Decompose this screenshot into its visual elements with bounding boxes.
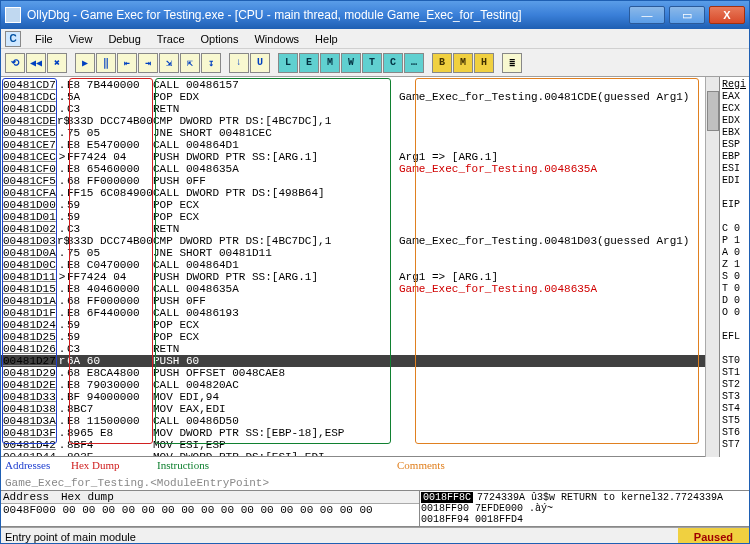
toolbar-button[interactable]: ↓ [229,53,249,73]
register-label: EBP [722,151,747,163]
toolbar-button[interactable]: U [250,53,270,73]
disasm-row[interactable]: 00481D3A.E8 11500000CALL 00486D50 [1,415,749,427]
comment-cell [391,355,399,367]
hex-col-dump: Hex dump [61,491,114,503]
register-label: ST6 [722,427,747,439]
registers-panel[interactable]: RegiEAXECXEDXEBXESPEBPESIEDI EIP C 0P 1A… [719,77,749,457]
toolbar-button[interactable]: W [341,53,361,73]
toolbar-button[interactable]: C [383,53,403,73]
comment-cell [391,451,399,457]
disasm-row[interactable]: 00481D01.59POP ECX [1,211,749,223]
disasm-row[interactable]: 00481D11>FF7424 04PUSH DWORD PTR SS:[ARG… [1,271,749,283]
disasm-row[interactable]: 00481D24.59POP ECX [1,319,749,331]
toolbar-button[interactable]: ‖ [96,53,116,73]
disasm-row[interactable]: 00481D38.8BC7MOV EAX,EDI [1,403,749,415]
menu-help[interactable]: Help [307,33,346,45]
marker-cell: r$ [57,235,67,247]
disasm-row[interactable]: 00481CD7.E8 7B440000CALL 00486157 [1,79,749,91]
comment-cell [391,415,399,427]
menu-windows[interactable]: Windows [246,33,307,45]
register-label: T 0 [722,283,747,295]
disasm-row[interactable]: 00481CE5.75 05JNE SHORT 00481CEC [1,127,749,139]
comment-cell [391,127,399,139]
stack-row[interactable]: 0018FF94 0018FFD4 [421,514,748,525]
register-label: EDX [722,115,747,127]
toolbar-button[interactable]: ≣ [502,53,522,73]
disasm-row[interactable]: 00481D02.C3RETN [1,223,749,235]
address-cell: 00481CDC [1,91,57,103]
marker-cell: . [57,103,67,115]
toolbar-button[interactable]: T [362,53,382,73]
disasm-row[interactable]: 00481D42.8BF4MOV ESI,ESP [1,439,749,451]
menu-view[interactable]: View [61,33,101,45]
disasm-row[interactable]: 00481D03r$833D DCC74B00CMP DWORD PTR DS:… [1,235,749,247]
toolbar-button[interactable]: ✖ [47,53,67,73]
toolbar-button[interactable]: H [474,53,494,73]
disasm-row[interactable]: 00481CDC.5APOP EDXGame_Exec_for_Testing.… [1,91,749,103]
disasm-row[interactable]: 00481CF0.E8 65460000CALL 0048635AGame_Ex… [1,163,749,175]
child-system-menu[interactable]: C [5,31,21,47]
disasm-row[interactable]: 00481D15.E8 40460000CALL 0048635AGame_Ex… [1,283,749,295]
toolbar-button[interactable]: M [320,53,340,73]
disasm-row[interactable]: 00481D1F.E8 6F440000CALL 00486193 [1,307,749,319]
disasm-row[interactable]: 00481D33.BF 94000000MOV EDI,94 [1,391,749,403]
menu-file[interactable]: File [27,33,61,45]
disasm-row[interactable]: 00481D00.59POP ECX [1,199,749,211]
register-label: A 0 [722,247,747,259]
scrollbar-thumb[interactable] [707,91,719,131]
disasm-row[interactable]: 00481D1A.68 FF000000PUSH 0FF [1,295,749,307]
instruction-cell: PUSH 0FF [153,175,391,187]
toolbar-button[interactable]: ⇤ [117,53,137,73]
disassembly-panel[interactable]: 00481CD7.E8 7B440000CALL 0048615700481CD… [1,77,749,457]
disasm-row[interactable]: 00481D25.59POP ECX [1,331,749,343]
instruction-cell: PUSH 60 [153,355,391,367]
disasm-row[interactable]: 00481D26.C3RETN [1,343,749,355]
disasm-row[interactable]: 00481CFA.FF15 6C084900CALL DWORD PTR DS:… [1,187,749,199]
toolbar-button[interactable]: E [299,53,319,73]
close-button[interactable]: X [709,6,745,24]
register-label: S 0 [722,271,747,283]
maximize-button[interactable]: ▭ [669,6,705,24]
instruction-cell: PUSH DWORD PTR SS:[ARG.1] [153,271,391,283]
disasm-row[interactable]: 00481D2E.E8 79030000CALL 004820AC [1,379,749,391]
disasm-row[interactable]: 00481D0C.E8 C0470000CALL 004864D1 [1,259,749,271]
toolbar-button[interactable]: ⇥ [138,53,158,73]
toolbar-button[interactable]: ◀◀ [26,53,46,73]
minimize-button[interactable]: — [629,6,665,24]
stack-row[interactable]: 0018FF90 7EFDE000 .àý~ [421,503,748,514]
instruction-cell: MOV ESI,ESP [153,439,391,451]
hex-cell: 893E [67,451,153,457]
toolbar-button[interactable]: M [453,53,473,73]
toolbar-button[interactable]: ⇱ [180,53,200,73]
menu-options[interactable]: Options [193,33,247,45]
hex-cell: 5A [67,91,153,103]
marker-cell: . [57,391,67,403]
toolbar-button[interactable]: L [278,53,298,73]
instruction-cell: RETN [153,343,391,355]
disasm-row[interactable]: 00481D27r6A 60PUSH 60 [1,355,749,367]
disasm-row[interactable]: 00481D44.893EMOV DWORD PTR DS:[ESI],EDI [1,451,749,457]
marker-cell: . [57,307,67,319]
disasm-row[interactable]: 00481CF5.68 FF000000PUSH 0FF [1,175,749,187]
toolbar-button[interactable]: ↧ [201,53,221,73]
toolbar-button[interactable]: ⇲ [159,53,179,73]
disasm-row[interactable]: 00481CDEr$833D DCC74B00CMP DWORD PTR DS:… [1,115,749,127]
disasm-row[interactable]: 00481D0A.75 05JNE SHORT 00481D11 [1,247,749,259]
disasm-row[interactable]: 00481D3F.8965 E8MOV DWORD PTR SS:[EBP-18… [1,427,749,439]
toolbar-button[interactable]: … [404,53,424,73]
stack-panel[interactable]: 0018FF8C7724339A û3$w RETURN to kernel32… [419,491,749,526]
toolbar-button[interactable]: B [432,53,452,73]
menu-debug[interactable]: Debug [100,33,148,45]
disasm-row[interactable]: 00481CDD.C3RETN [1,103,749,115]
stack-row[interactable]: 0018FF8C7724339A û3$w RETURN to kernel32… [421,492,748,503]
disasm-row[interactable]: 00481CE7.E8 E5470000CALL 004864D1 [1,139,749,151]
disasm-row[interactable]: 00481CEC>FF7424 04PUSH DWORD PTR SS:[ARG… [1,151,749,163]
menu-trace[interactable]: Trace [149,33,193,45]
instruction-cell: POP ECX [153,319,391,331]
disasm-row[interactable]: 00481D29.68 E8CA4800PUSH OFFSET 0048CAE8 [1,367,749,379]
toolbar-button[interactable]: ▶ [75,53,95,73]
hex-cell: 68 FF000000 [67,295,153,307]
hex-dump-panel[interactable]: AddressHex dump 0048F000 00 00 00 00 00 … [1,491,419,526]
disasm-scrollbar[interactable] [705,77,719,457]
toolbar-button[interactable]: ⟲ [5,53,25,73]
